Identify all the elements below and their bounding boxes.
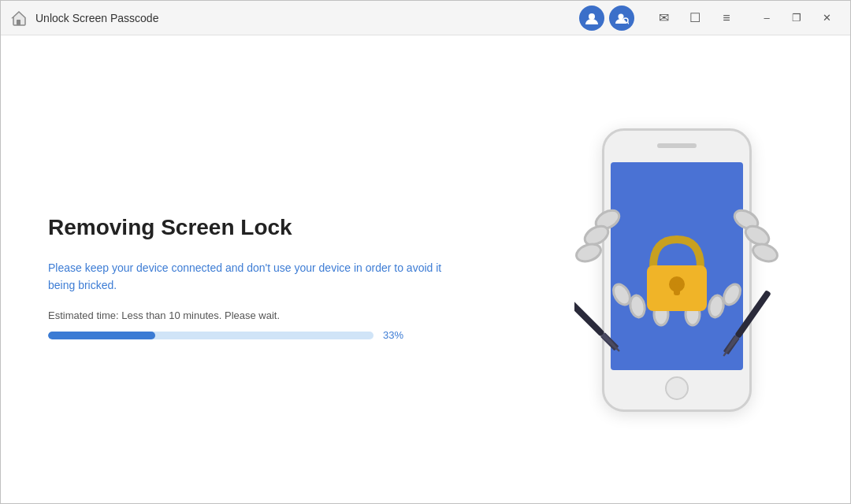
svg-point-14 (708, 295, 726, 319)
minimize-button[interactable]: – (753, 6, 781, 31)
restore-button[interactable]: ❐ (782, 6, 811, 31)
progress-bar-fill (48, 332, 155, 339)
home-icon[interactable] (10, 9, 28, 27)
mail-button[interactable]: ✉ (652, 6, 675, 30)
title-bar-left: Unlock Screen Passcode (10, 9, 158, 27)
chat-button[interactable]: ☐ (683, 6, 707, 30)
toolbar-icons: ✉ ☐ ≡ (652, 6, 738, 30)
window-controls: – ❐ ✕ (753, 6, 841, 31)
progress-container: 33% (48, 329, 411, 341)
search-user-icon[interactable] (609, 6, 634, 31)
progress-bar-background (48, 332, 373, 339)
svg-point-2 (619, 13, 624, 19)
svg-rect-0 (17, 20, 20, 25)
svg-point-13 (629, 295, 647, 319)
chain-lock-illustration (574, 157, 779, 393)
svg-rect-19 (674, 284, 680, 295)
svg-point-10 (751, 241, 779, 265)
main-content: Removing Screen Lock Please keep your de… (1, 35, 850, 504)
svg-point-1 (589, 13, 595, 20)
svg-line-4 (628, 22, 630, 24)
close-button[interactable]: ✕ (812, 6, 841, 31)
app-title: Unlock Screen Passcode (35, 12, 158, 24)
phone-speaker (657, 143, 697, 148)
svg-marker-25 (722, 335, 739, 358)
title-bar: Unlock Screen Passcode ✉ ☐ ≡ – ❐ ✕ (1, 1, 850, 35)
left-section: Removing Screen Lock Please keep your de… (48, 199, 489, 342)
menu-button[interactable]: ≡ (715, 6, 738, 30)
title-bar-right: ✉ ☐ ≡ – ❐ ✕ (579, 6, 841, 31)
main-heading: Removing Screen Lock (48, 215, 489, 240)
description-text: Please keep your device connected and do… (48, 259, 442, 295)
svg-marker-22 (601, 333, 621, 353)
estimated-time-text: Estimated time: Less than 10 minutes. Pl… (48, 309, 489, 321)
user-avatar-icon[interactable] (579, 6, 604, 31)
phone-illustration (551, 97, 803, 443)
svg-rect-23 (734, 290, 771, 339)
svg-rect-20 (574, 294, 605, 337)
progress-percent-label: 33% (383, 329, 411, 341)
svg-point-7 (574, 241, 603, 265)
